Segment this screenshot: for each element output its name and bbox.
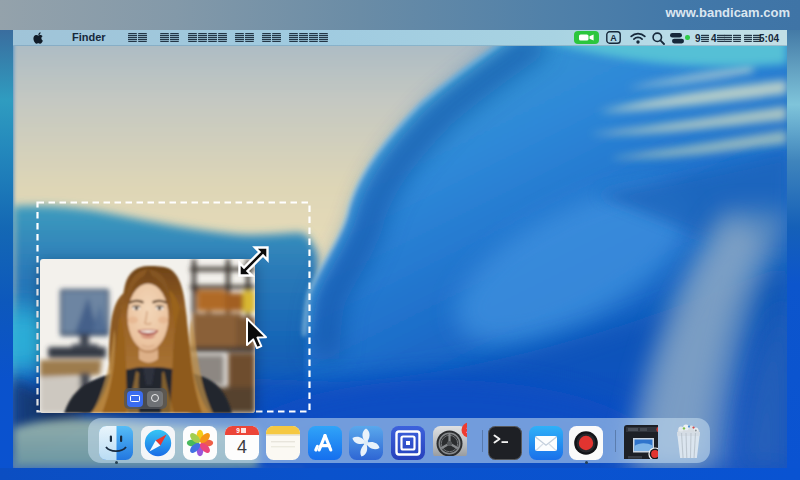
svg-text:2: 2 [466, 425, 467, 435]
svg-text:9: 9 [236, 427, 240, 434]
svg-text:A: A [610, 33, 617, 43]
svg-text:4: 4 [236, 437, 246, 457]
